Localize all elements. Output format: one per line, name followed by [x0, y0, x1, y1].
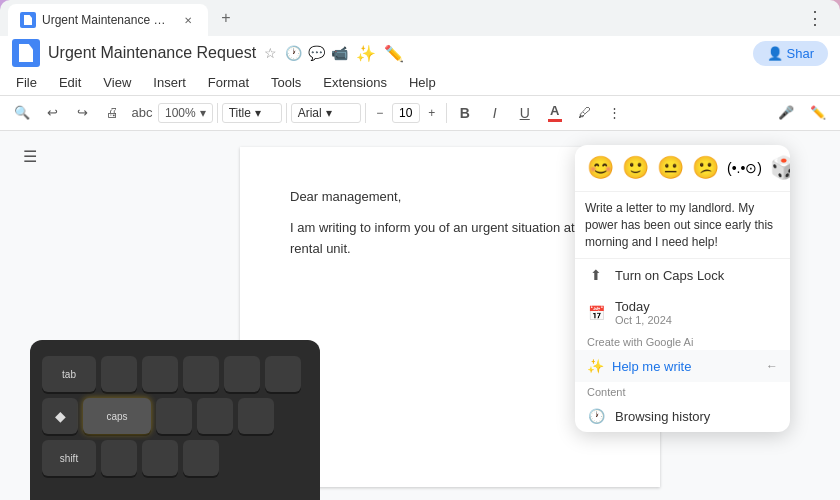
- chat-input-text: Write a letter to my landlord. My power …: [585, 200, 780, 250]
- help-write-icon: ✨: [587, 358, 604, 374]
- menu-tools[interactable]: Tools: [267, 73, 305, 92]
- docs-menu-row: File Edit View Insert Format Tools Exten…: [12, 73, 828, 92]
- emoji-popup: 😊 🙂 😐 😕 (•.•⊙) 🎲 Write a letter to my la…: [575, 145, 790, 432]
- separator-3: [365, 103, 366, 123]
- emoji-special[interactable]: (•.•⊙): [727, 160, 762, 176]
- font-value: Arial: [298, 106, 322, 120]
- today-label: Today: [615, 299, 778, 314]
- menu-help[interactable]: Help: [405, 73, 440, 92]
- browsing-history-label: Browsing history: [615, 409, 778, 424]
- kb-key-w[interactable]: [142, 356, 178, 392]
- ai-icon[interactable]: ✨: [356, 44, 376, 63]
- emoji-dice[interactable]: 🎲: [770, 155, 790, 181]
- share-button[interactable]: 👤 Shar: [753, 41, 828, 66]
- undo-btn[interactable]: ↩: [38, 99, 66, 127]
- emoji-row: 😊 🙂 😐 😕 (•.•⊙) 🎲: [575, 145, 790, 192]
- tab-close-button[interactable]: ✕: [180, 12, 196, 28]
- more-options-button[interactable]: ⋮: [601, 99, 629, 127]
- browser-chrome: Urgent Maintenance Request ✕ + ⋮ Urgent …: [0, 0, 840, 95]
- today-date: Oct 1, 2024: [615, 314, 778, 326]
- browser-menu-button[interactable]: ⋮: [798, 3, 832, 33]
- caps-lock-item[interactable]: ⬆ Turn on Caps Lock: [575, 259, 790, 291]
- highlight-button[interactable]: 🖊: [571, 99, 599, 127]
- emoji-neutral-smile[interactable]: 🙂: [622, 155, 649, 181]
- text-color-indicator: A: [548, 103, 562, 122]
- active-tab[interactable]: Urgent Maintenance Request ✕: [8, 4, 208, 36]
- help-me-write-item[interactable]: ✨ Help me write ←: [575, 350, 790, 382]
- kb-key-r[interactable]: [224, 356, 260, 392]
- history-icon: 🕐: [587, 408, 605, 424]
- caps-key[interactable]: caps: [83, 398, 151, 434]
- star-icon[interactable]: ☆: [264, 45, 277, 61]
- separator-2: [286, 103, 287, 123]
- kb-key-c[interactable]: [183, 440, 219, 476]
- shift-key[interactable]: shift: [42, 440, 96, 476]
- menu-view[interactable]: View: [99, 73, 135, 92]
- kb-key-t[interactable]: [265, 356, 301, 392]
- menu-extensions[interactable]: Extensions: [319, 73, 391, 92]
- print-btn[interactable]: 🖨: [98, 99, 126, 127]
- zoom-dropdown-icon: ▾: [200, 106, 206, 120]
- font-size-value[interactable]: 10: [392, 103, 420, 123]
- spellcheck-btn[interactable]: abc: [128, 99, 156, 127]
- font-size-increase[interactable]: +: [422, 102, 442, 124]
- bold-button[interactable]: B: [451, 99, 479, 127]
- today-text-container: Today Oct 1, 2024: [615, 299, 778, 326]
- zoom-value: 100%: [165, 106, 196, 120]
- italic-button[interactable]: I: [481, 99, 509, 127]
- kb-key-e[interactable]: [183, 356, 219, 392]
- doc-line-2: I am writing to inform you of an urgent …: [290, 218, 610, 260]
- browsing-history-item[interactable]: 🕐 Browsing history: [575, 400, 790, 432]
- text-color-button[interactable]: A: [541, 99, 569, 127]
- menu-insert[interactable]: Insert: [149, 73, 190, 92]
- kb-key-s[interactable]: [197, 398, 233, 434]
- pen-icon[interactable]: ✏️: [384, 44, 404, 63]
- underline-button[interactable]: U: [511, 99, 539, 127]
- font-size-decrease[interactable]: −: [370, 102, 390, 124]
- docs-toolbar: Urgent Maintenance Request ☆ 🕐 💬 📹 ✨ ✏️ …: [0, 36, 840, 96]
- font-dropdown[interactable]: Arial ▾: [291, 103, 361, 123]
- menu-file[interactable]: File: [12, 73, 41, 92]
- comment-icon: 💬: [308, 45, 325, 61]
- tab-title: Urgent Maintenance Request: [42, 13, 174, 27]
- font-chevron: ▾: [326, 106, 332, 120]
- style-value: Title: [229, 106, 251, 120]
- kb-key-q[interactable]: [101, 356, 137, 392]
- kb-key-z[interactable]: [101, 440, 137, 476]
- kb-key-x[interactable]: [142, 440, 178, 476]
- kb-key-a[interactable]: [156, 398, 192, 434]
- tab-key[interactable]: tab: [42, 356, 96, 392]
- calendar-icon: 📅: [587, 305, 605, 321]
- help-write-arrow: ←: [766, 359, 778, 373]
- today-item[interactable]: 📅 Today Oct 1, 2024: [575, 291, 790, 334]
- docs-title: Urgent Maintenance Request: [48, 44, 256, 62]
- zoom-control[interactable]: 100% ▾: [158, 103, 213, 123]
- diamond-key[interactable]: ◆: [42, 398, 78, 434]
- redo-btn[interactable]: ↪: [68, 99, 96, 127]
- doc-line-1: Dear management,: [290, 187, 610, 208]
- menu-format[interactable]: Format: [204, 73, 253, 92]
- emoji-neutral[interactable]: 😐: [657, 155, 684, 181]
- video-icon: 📹: [331, 45, 348, 61]
- share-icon: 👤: [767, 46, 783, 61]
- new-tab-button[interactable]: +: [212, 4, 240, 32]
- help-me-write-label: Help me write: [612, 359, 766, 374]
- emoji-smile[interactable]: 😊: [587, 155, 614, 181]
- caps-lock-label: Turn on Caps Lock: [615, 268, 778, 283]
- chat-input-area[interactable]: Write a letter to my landlord. My power …: [575, 192, 790, 259]
- style-dropdown[interactable]: Title ▾: [222, 103, 282, 123]
- diamond-icon: ◆: [55, 408, 66, 424]
- create-with-ai-label: Create with Google Ai: [575, 334, 790, 350]
- edit-mode-btn[interactable]: ✏️: [804, 99, 832, 127]
- kb-row-2: ◆ caps: [42, 398, 308, 434]
- tab-favicon: [20, 12, 36, 28]
- emoji-sad[interactable]: 😕: [692, 155, 719, 181]
- search-btn[interactable]: 🔍: [8, 99, 36, 127]
- voice-btn[interactable]: 🎤: [772, 99, 800, 127]
- right-toolbar-icons: 🎤 ✏️: [772, 99, 832, 127]
- docs-header-row: Urgent Maintenance Request ☆ 🕐 💬 📹 ✨ ✏️ …: [12, 39, 828, 67]
- kb-key-d[interactable]: [238, 398, 274, 434]
- history-icon: 🕐: [285, 45, 302, 61]
- cloud-icons: 🕐 💬 📹: [285, 45, 348, 61]
- menu-edit[interactable]: Edit: [55, 73, 85, 92]
